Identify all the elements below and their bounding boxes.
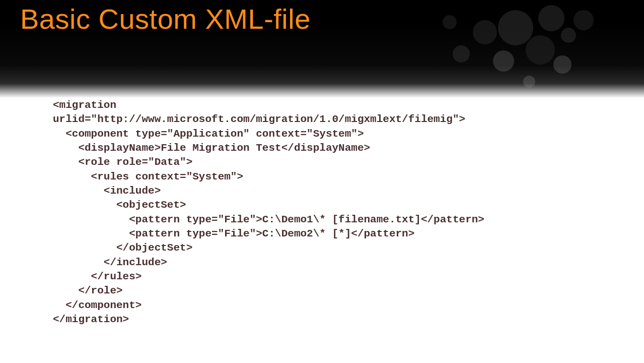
code-line: </include> <box>53 257 167 268</box>
code-line: </rules> <box>53 271 141 282</box>
code-line: <pattern type="File">C:\Demo1\* [filenam… <box>53 214 484 225</box>
slide: Basic Custom XML-file <migration urlid="… <box>0 0 644 363</box>
code-line: <displayName>File Migration Test</displa… <box>53 142 370 154</box>
code-line: urlid="http://www.microsoft.com/migratio… <box>53 113 465 125</box>
decorative-dots <box>372 0 614 101</box>
code-line: </role> <box>53 285 123 296</box>
code-line: <pattern type="File">C:\Demo2\* [*]</pat… <box>53 228 414 239</box>
code-line: <rules context="System"> <box>53 171 243 183</box>
xml-code-block: <migration urlid="http://www.microsoft.c… <box>53 98 604 327</box>
code-line: <include> <box>53 185 161 197</box>
code-line: </migration> <box>53 314 129 325</box>
slide-title: Basic Custom XML-file <box>20 3 311 35</box>
code-line: <role role="Data"> <box>53 156 192 168</box>
code-line: <objectSet> <box>53 199 186 211</box>
code-line: </component> <box>53 299 141 311</box>
code-line: <migration <box>53 99 116 111</box>
code-line: </objectSet> <box>53 242 192 254</box>
code-line: <component type="Application" context="S… <box>53 128 364 140</box>
